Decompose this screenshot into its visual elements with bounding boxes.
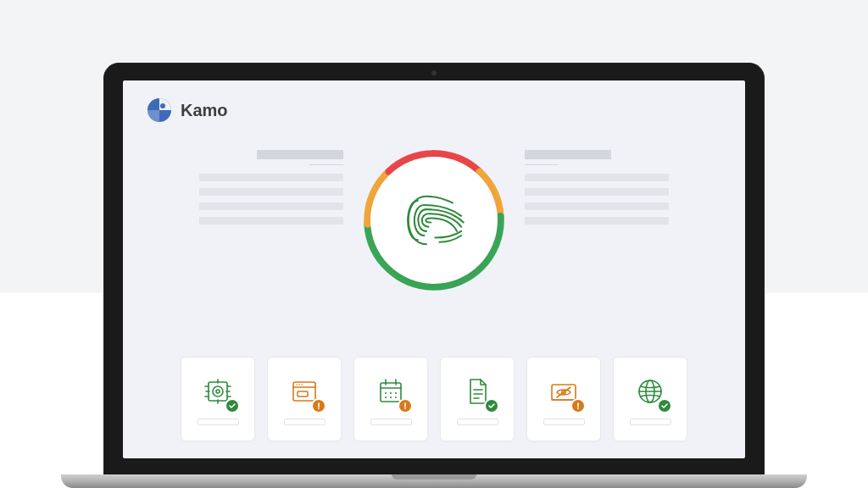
status-warn-badge [311,398,326,413]
svg-point-12 [296,384,298,385]
card-label-placeholder [630,419,671,425]
card-label-placeholder [370,419,412,425]
laptop-base [61,474,807,488]
right-text-placeholder [525,145,669,231]
svg-point-29 [404,408,406,409]
svg-point-25 [385,396,387,398]
document-icon [459,373,496,410]
svg-rect-7 [209,382,227,401]
status-ok-badge [225,398,240,413]
svg-point-22 [385,392,387,394]
svg-point-14 [301,384,303,385]
fingerprint-icon [401,182,467,258]
status-warn-badge [570,398,586,413]
svg-point-9 [216,390,220,393]
hero-section [123,145,745,296]
eye-off-icon [545,373,582,410]
screen-bezel: Kamo [103,63,765,476]
status-cards-row [123,357,745,441]
status-card-globe[interactable] [613,357,687,441]
svg-point-24 [395,392,397,394]
svg-point-13 [298,384,300,385]
status-card-target[interactable] [181,357,255,441]
svg-point-23 [390,392,392,394]
browser-icon [286,373,323,410]
svg-point-8 [213,386,223,396]
status-ok-badge [657,398,672,413]
calendar-icon [372,373,409,410]
camera-dot [431,70,437,75]
card-label-placeholder [284,419,326,425]
globe-icon [632,373,669,410]
svg-point-27 [395,396,397,398]
progress-ring [359,145,509,296]
target-icon [199,373,236,410]
status-warn-badge [398,398,413,413]
status-card-calendar[interactable] [353,357,428,441]
status-card-browser[interactable] [267,357,342,441]
status-card-eye-off[interactable] [526,357,601,441]
svg-point-26 [390,396,392,398]
ring-inner [370,157,498,284]
svg-rect-15 [298,391,308,396]
app-screen: Kamo [123,80,745,458]
svg-point-1 [160,103,165,108]
svg-point-17 [318,408,320,409]
laptop-frame: Kamo [103,63,765,488]
brand: Kamo [147,97,228,123]
svg-point-38 [577,408,579,409]
status-ok-badge [484,398,499,413]
card-label-placeholder [198,419,239,425]
brand-logo-icon [147,97,172,123]
status-card-document[interactable] [440,357,515,441]
card-label-placeholder [543,419,585,425]
left-text-placeholder [199,145,343,231]
svg-line-36 [557,387,570,397]
brand-name: Kamo [181,101,228,120]
card-label-placeholder [457,419,498,425]
